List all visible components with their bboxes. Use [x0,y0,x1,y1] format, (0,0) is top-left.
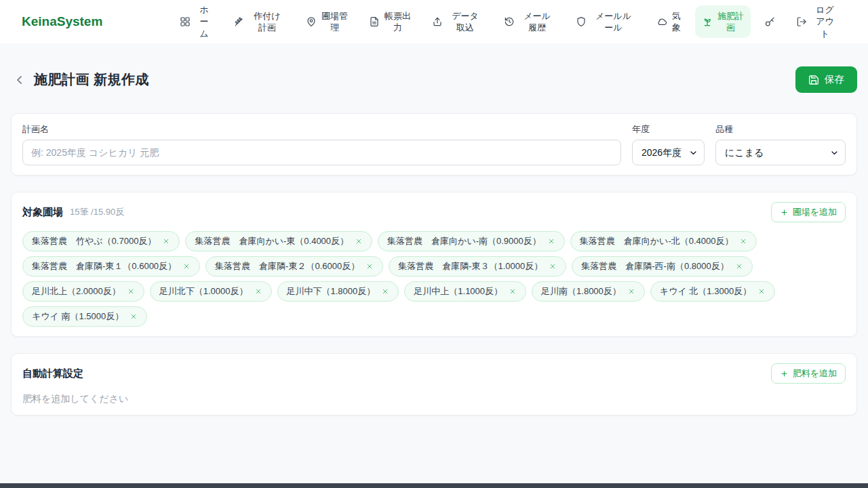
x-icon [355,237,363,245]
target-fields-summary: 15筆 /15.90反 [70,206,124,218]
x-icon [254,287,262,296]
field-chip: 集落営農 倉庫隣-東３（1.0000反） [389,256,566,277]
top-navbar: KeinaSystem ホーム 作付け計画 圃場管理 帳票出力 データ取込 メー… [0,0,868,43]
map-pin-icon [306,16,317,27]
plan-name-input[interactable] [22,140,621,165]
variety-group: 品種 にこまる [715,123,846,165]
chip-remove-button[interactable] [739,237,747,245]
sprout-icon [702,16,713,27]
brand-logo: KeinaSystem [22,14,102,29]
upload-icon [432,16,443,27]
nav-item-mail-history[interactable]: メール履歴 [497,5,561,38]
variety-select[interactable]: にこまる [715,140,846,165]
nav-item-label: 施肥計画 [717,10,744,33]
nav-item-mail-rules[interactable]: メールルール [569,5,642,38]
field-chip-label: 集落営農 倉庫向かい-北（0.4000反） [580,235,734,247]
add-field-button-label: 圃場を追加 [793,206,837,218]
x-icon [735,262,743,270]
nav-item-label: メール履歴 [519,10,555,33]
field-chip-label: 集落営農 倉庫向かい-南（0.9000反） [387,235,541,247]
field-chip: キウイ 南（1.5000反） [22,306,147,327]
nav-item-field-management[interactable]: 圃場管理 [299,5,355,38]
field-chip: 足川北上（2.0000反） [22,281,144,302]
logout-icon [796,16,807,27]
chip-remove-button[interactable] [627,287,635,296]
x-icon [547,237,555,245]
nav-item-data-import[interactable]: データ取込 [425,5,490,38]
chip-remove-button[interactable] [130,312,138,321]
field-chip-label: キウイ 北（1.3000反） [660,285,751,298]
save-button-label: 保存 [825,73,844,86]
field-chip-label: 足川北上（2.0000反） [32,285,121,298]
field-chip-label: 足川中上（1.1000反） [414,285,502,298]
x-icon [549,262,557,270]
field-chip-label: 集落営農 竹やぶ（0.7000反） [32,235,156,247]
field-chip: 集落営農 倉庫向かい-北（0.4000反） [570,231,757,251]
chip-remove-button[interactable] [127,287,135,296]
chip-remove-button[interactable] [355,237,363,245]
x-icon [739,237,747,245]
year-select[interactable]: 2026年度 [632,140,705,165]
back-button[interactable] [11,71,28,89]
page-title: 施肥計画 新規作成 [34,70,149,89]
field-chip-label: 集落営農 倉庫隣-東３（1.0000反） [398,260,542,272]
plus-icon [780,369,789,378]
chip-remove-button[interactable] [549,262,557,270]
nav-item-label: 作付け計画 [250,10,285,33]
field-chip-label: 足川中下（1.8000反） [287,285,376,298]
nav-item-fertilization-plan[interactable]: 施肥計画 [695,5,751,38]
x-icon [627,287,635,296]
wheat-icon [234,16,245,27]
nav-item-home[interactable]: ホーム [173,0,220,44]
variety-label: 品種 [715,123,846,136]
field-chip: 足川南（1.8000反） [532,281,645,302]
nav-item-label: 帳票出力 [384,10,411,33]
plan-name-group: 計画名 [22,123,621,165]
field-chip-label: 集落営農 倉庫向かい-東（0.4000反） [195,235,349,247]
add-fertilizer-button[interactable]: 肥料を追加 [771,363,846,384]
page-header: 施肥計画 新規作成 保存 [11,66,857,93]
grid-icon [180,16,191,27]
field-chip: 集落営農 倉庫隣-東２（0.6000反） [205,256,383,277]
field-chip-label: 足川南（1.8000反） [541,285,621,298]
year-group: 年度 2026年度 [632,123,705,165]
x-icon [381,287,389,296]
plan-form-card: 計画名 年度 2026年度 品種 にこまる [11,113,857,176]
nav-item-label: メールルール [591,10,635,33]
field-chip: 足川北下（1.0000反） [150,281,272,302]
nav-item-logout[interactable]: ログアウト [789,0,845,44]
field-chip: 集落営農 倉庫隣-東１（0.6000反） [22,256,200,277]
chip-remove-button[interactable] [366,262,374,270]
chip-remove-button[interactable] [381,287,389,296]
chip-remove-button[interactable] [735,262,743,270]
x-icon [366,262,374,270]
nav-item-label: 圃場管理 [321,10,348,33]
add-field-button[interactable]: 圃場を追加 [771,202,846,222]
field-chip-label: 集落営農 倉庫隣-東１（0.6000反） [32,260,176,272]
shield-icon [576,16,587,27]
x-icon [757,287,766,296]
chevron-left-icon [13,73,26,87]
chip-remove-button[interactable] [757,287,766,296]
x-icon [509,287,517,296]
auto-calc-card: 自動計算設定 肥料を追加 肥料を追加してください [11,353,857,415]
field-chip: 集落営農 竹やぶ（0.7000反） [22,231,180,251]
chip-remove-button[interactable] [182,262,191,270]
chip-remove-button[interactable] [162,237,170,245]
nav-item-planting-plan[interactable]: 作付け計画 [227,5,292,38]
chip-remove-button[interactable] [254,287,262,296]
field-chip-label: 足川北下（1.0000反） [159,285,248,298]
save-icon [808,75,819,85]
save-button[interactable]: 保存 [795,66,857,93]
nav-item-weather[interactable]: 気象 [650,5,688,38]
password-key-button[interactable] [758,11,782,33]
target-fields-card: 対象圃場 15筆 /15.90反 圃場を追加 集落営農 竹やぶ（0.7000反）… [11,192,857,337]
chip-remove-button[interactable] [509,287,517,296]
nav-item-report-output[interactable]: 帳票出力 [362,5,418,38]
fertilizer-empty-message: 肥料を追加してください [22,393,846,405]
field-chip: 足川中上（1.1000反） [404,281,526,302]
chip-remove-button[interactable] [547,237,555,245]
field-chip-list: 集落営農 竹やぶ（0.7000反） 集落営農 倉庫向かい-東（0.4000反） … [22,231,846,327]
x-icon [130,312,138,321]
file-icon [369,16,380,27]
